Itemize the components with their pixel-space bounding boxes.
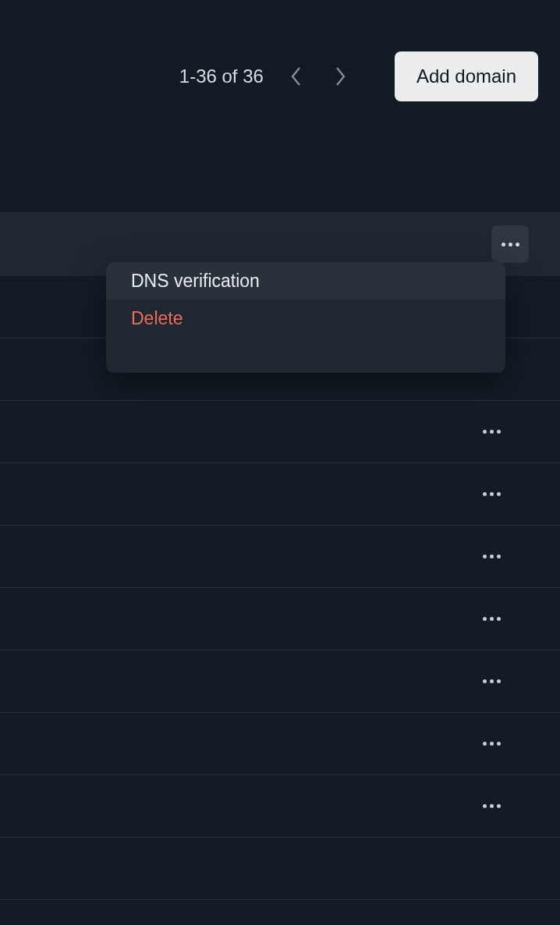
ellipsis-icon (483, 492, 501, 496)
table-row (0, 463, 560, 526)
pagination-range: 1-36 of 36 (179, 66, 264, 87)
row-context-menu: DNS verification Delete (106, 262, 505, 373)
row-actions-button[interactable] (473, 601, 510, 638)
table-row (0, 526, 560, 588)
add-domain-button[interactable]: Add domain (395, 51, 538, 101)
row-actions-button[interactable] (473, 413, 510, 451)
table-row (0, 775, 560, 838)
menu-item-delete[interactable]: Delete (106, 299, 505, 337)
ellipsis-icon (483, 742, 501, 746)
row-actions-button[interactable] (473, 538, 510, 576)
prev-page-button[interactable] (285, 66, 307, 87)
ellipsis-icon (483, 555, 501, 558)
ellipsis-icon (483, 430, 501, 434)
table-row (0, 713, 560, 775)
next-page-button[interactable] (329, 66, 351, 87)
row-actions-button[interactable] (473, 725, 510, 763)
ellipsis-icon (483, 679, 501, 683)
chevron-right-icon (333, 65, 347, 88)
pager (285, 66, 351, 87)
row-actions-button[interactable] (473, 476, 510, 513)
top-toolbar: 1-36 of 36 Add domain (0, 0, 560, 101)
row-actions-button[interactable] (473, 663, 510, 700)
row-actions-button[interactable] (491, 225, 529, 263)
ellipsis-icon (502, 243, 519, 246)
chevron-left-icon (289, 65, 303, 88)
menu-item-dns-verification[interactable]: DNS verification (106, 262, 505, 299)
ellipsis-icon (483, 617, 501, 621)
table-row (0, 650, 560, 713)
menu-spacer (106, 337, 505, 373)
table-row (0, 838, 560, 900)
table-row (0, 401, 560, 463)
ellipsis-icon (483, 804, 501, 808)
table-row (0, 588, 560, 650)
row-actions-button[interactable] (473, 788, 510, 825)
